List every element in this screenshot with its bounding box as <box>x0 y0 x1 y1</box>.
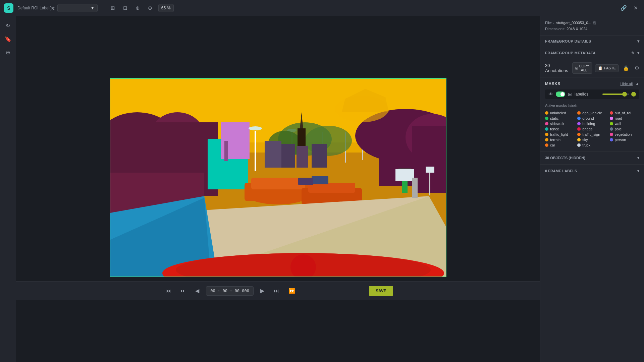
roi-select[interactable]: ▼ <box>57 4 98 12</box>
prev-btn[interactable]: ◀ <box>193 286 202 296</box>
edit-metadata-icon[interactable]: ✎ <box>631 51 635 55</box>
canvas-area: ⏮ ⏭ ◀ 00 : 00 : 00 000 ▶ ⏭ ⏩ SAVE <box>16 16 540 362</box>
mask-item-traffic_sign[interactable]: traffic_sign <box>577 132 607 136</box>
mask-eye-icon[interactable]: 👁 <box>548 92 553 97</box>
toolbar: S Default ROI Label(s): ▼ ⊞ ⊡ ⊕ ⊖ 65 % 🔗… <box>0 0 644 16</box>
svg-rect-42 <box>298 178 313 185</box>
rotate-icon[interactable]: ↻ <box>3 20 13 31</box>
svg-rect-31 <box>265 141 281 168</box>
file-row: File: - stuttgart_000053_0... ⎘ <box>545 20 639 25</box>
mask-dot-ground <box>577 117 581 120</box>
toolbar-divider-1 <box>103 4 103 12</box>
app-logo: S <box>4 3 13 13</box>
segmentation-svg <box>110 79 446 277</box>
mask-dot-ego_vehicle <box>577 111 581 115</box>
next-btn[interactable]: ▶ <box>258 286 267 296</box>
mask-item-ego_vehicle[interactable]: ego_vehicle <box>577 111 607 115</box>
mask-dot-pole <box>610 127 613 131</box>
objects-chevron: ▾ <box>637 156 639 160</box>
opacity-slider[interactable] <box>602 94 629 95</box>
mask-label-fence: fence <box>550 127 559 131</box>
mask-dot-sidewalk <box>545 122 548 125</box>
mask-dot-road <box>610 117 613 120</box>
toolbar-right: 🔗 ✕ <box>619 4 640 12</box>
mask-item-sidewalk[interactable]: sidewalk <box>545 122 575 126</box>
mask-dot-car <box>545 143 548 147</box>
plus-circle-icon[interactable]: ⊕ <box>3 47 13 58</box>
frame-labels-chevron: ▾ <box>637 169 639 173</box>
crop-tool-btn[interactable]: ⊞ <box>109 4 117 12</box>
mask-dot-terrain <box>545 138 548 141</box>
mask-label-building: building <box>582 122 595 126</box>
mask-item-unlabeled[interactable]: unlabeled <box>545 111 575 115</box>
mask-item-traffic_light[interactable]: traffic_light <box>545 132 575 136</box>
mask-item-static[interactable]: static <box>545 116 575 120</box>
copy-filename-icon[interactable]: ⎘ <box>593 20 596 25</box>
mask-dot-sky <box>577 138 581 141</box>
mask-label-terrain: terrain <box>550 138 560 142</box>
zoom-out-btn[interactable]: ⊖ <box>146 4 154 12</box>
close-btn[interactable]: ✕ <box>632 4 640 12</box>
mask-label-road: road <box>615 116 622 120</box>
playback-bar: ⏮ ⏭ ◀ 00 : 00 : 00 000 ▶ ⏭ ⏩ SAVE <box>16 281 540 300</box>
timecode-display: 00 : 00 : 00 000 <box>206 286 254 296</box>
svg-rect-32 <box>281 144 295 168</box>
next-frame-btn[interactable]: ⏭ <box>271 286 282 296</box>
mask-toggle[interactable] <box>556 92 565 97</box>
framegroup-metadata-section: FRAMEGROUP METADATA ✎ ▾ <box>540 47 644 59</box>
mask-item-pole[interactable]: pole <box>610 127 639 131</box>
framegroup-metadata-chevron: ▾ <box>637 51 640 55</box>
mask-dot-wall <box>610 122 613 125</box>
mask-item-bridge[interactable]: bridge <box>577 127 607 131</box>
mask-item-person[interactable]: person <box>610 138 639 142</box>
bookmark-icon[interactable]: 🔖 <box>3 34 13 44</box>
skip-to-start-btn[interactable]: ⏮ <box>163 286 174 296</box>
lock-icon-btn[interactable]: 🔒 <box>622 64 631 72</box>
fit-btn[interactable]: ⊡ <box>121 4 129 12</box>
mask-label-person: person <box>615 138 626 142</box>
link-btn[interactable]: 🔗 <box>619 4 629 12</box>
settings-icon-btn[interactable]: ⚙ <box>633 64 640 72</box>
mask-item-fence[interactable]: fence <box>545 127 575 131</box>
mask-item-car[interactable]: car <box>545 143 575 147</box>
mask-dot-vegetation <box>610 133 613 136</box>
mask-item-ground[interactable]: ground <box>577 116 607 120</box>
zoom-in-btn[interactable]: ⊕ <box>133 4 142 12</box>
mask-dot-static <box>545 117 548 120</box>
segmentation-canvas[interactable] <box>110 79 446 277</box>
copy-all-btn[interactable]: ⎘ COPY ALL <box>572 62 592 74</box>
mask-dot-unlabeled <box>545 111 548 115</box>
save-button[interactable]: SAVE <box>369 286 393 296</box>
mask-item-building[interactable]: building <box>577 122 607 126</box>
mask-item-vegetation[interactable]: vegetation <box>610 132 639 136</box>
objects-section: 30 OBJECTS (HIDDEN) ▾ <box>540 151 644 164</box>
mask-label-out_of_roi: out_of_roi <box>615 111 631 115</box>
paste-btn[interactable]: 📋 PASTE <box>595 64 619 72</box>
skip-to-end-btn[interactable]: ⏩ <box>286 286 298 296</box>
annotations-header: 30 Annotations ⎘ COPY ALL 📋 PASTE 🔒 ⚙ <box>540 59 644 77</box>
objects-header[interactable]: 30 OBJECTS (HIDDEN) ▾ <box>540 152 644 164</box>
mask-item-out_of_roi[interactable]: out_of_roi <box>610 111 639 115</box>
mask-grid-icon: ⊞ <box>568 92 572 97</box>
mask-item-wall[interactable]: wall <box>610 122 639 126</box>
mask-dot-traffic_sign <box>577 133 581 136</box>
mask-item-truck[interactable]: truck <box>577 143 607 147</box>
mask-item-road[interactable]: road <box>610 116 639 120</box>
mask-item-sky[interactable]: sky <box>577 138 607 142</box>
hide-all-btn[interactable]: Hide all <box>620 82 633 86</box>
mask-dot-out_of_roi <box>610 111 613 115</box>
mask-item-terrain[interactable]: terrain <box>545 138 575 142</box>
svg-rect-56 <box>426 167 434 173</box>
framegroup-details-chevron: ▾ <box>637 39 640 44</box>
annotations-actions: ⎘ COPY ALL 📋 PASTE 🔒 ⚙ <box>572 62 640 74</box>
mask-label-car: car <box>550 143 555 147</box>
svg-rect-10 <box>224 141 228 161</box>
framegroup-metadata-header[interactable]: FRAMEGROUP METADATA ✎ ▾ <box>540 47 644 59</box>
prev-frame-btn[interactable]: ⏭ <box>178 286 189 296</box>
framegroup-details-header[interactable]: FRAMEGROUP DETAILS ▾ <box>540 36 644 47</box>
svg-rect-41 <box>312 176 328 184</box>
frame-labels-section[interactable]: 0 FRAME LABELS ▾ <box>540 164 644 177</box>
right-panel: File: - stuttgart_000053_0... ⎘ Dimensio… <box>540 16 644 362</box>
mask-label-pole: pole <box>615 127 622 131</box>
mask-dot-bridge <box>577 127 581 131</box>
